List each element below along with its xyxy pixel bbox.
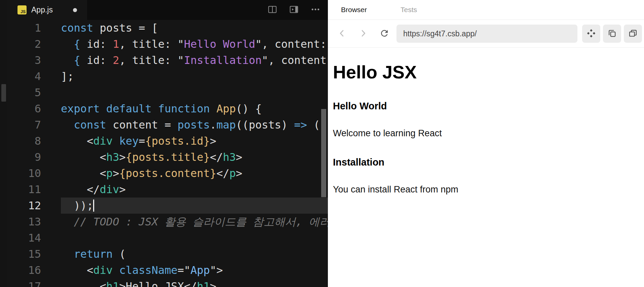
app-window: JS App.js <box>0 0 644 287</box>
open-preview-button[interactable] <box>289 4 299 15</box>
line-number: 15 <box>7 246 61 262</box>
line-number: 17 <box>7 278 61 287</box>
line-code: // TODO : JSX 활용 슬라이드를 참고해서, 에러를 해 <box>61 214 328 230</box>
code-line-13[interactable]: 13 // TODO : JSX 활용 슬라이드를 참고해서, 에러를 해 <box>7 214 328 230</box>
code-editor[interactable]: 1const posts = [2 { id: 1, title: "Hello… <box>7 20 328 287</box>
line-number: 2 <box>7 36 61 52</box>
code-line-15[interactable]: 15 return ( <box>7 246 328 262</box>
preview-p: You can install React from npm <box>333 184 631 195</box>
url-bar[interactable]: https://sg4t7.csb.app/ <box>396 25 577 43</box>
preview-p: Welcome to learning React <box>333 128 631 139</box>
line-code: export default function App() { <box>61 101 328 117</box>
browser-nav-bar: https://sg4t7.csb.app/ <box>328 20 644 48</box>
editor-scrollbar-thumb[interactable] <box>321 109 326 197</box>
code-line-3[interactable]: 3 { id: 2, title: "Installation", conten… <box>7 52 328 68</box>
text-cursor <box>93 200 94 212</box>
code-line-8[interactable]: 8 <div key={posts.id}> <box>7 133 328 149</box>
line-number: 10 <box>7 165 61 181</box>
line-number: 7 <box>7 117 61 133</box>
tab-browser[interactable]: Browser <box>341 6 367 14</box>
code-line-9[interactable]: 9 <h3>{posts.title}</h3> <box>7 149 328 165</box>
line-code: return ( <box>61 246 328 262</box>
line-code: )); <box>61 198 328 214</box>
strip-scrollbar-thumb[interactable] <box>1 84 6 102</box>
line-number: 6 <box>7 101 61 117</box>
line-number: 3 <box>7 52 61 68</box>
diamond-grid-icon <box>586 28 596 39</box>
line-code <box>61 84 328 101</box>
open-new-window-icon <box>628 29 638 39</box>
line-number: 11 <box>7 181 61 198</box>
line-code: <div key={posts.id}> <box>61 133 328 149</box>
code-line-1[interactable]: 1const posts = [ <box>7 20 328 36</box>
code-line-5[interactable]: 5 <box>7 84 328 101</box>
browser-panel: Browser Tests <box>328 0 644 287</box>
line-code: { id: 2, title: "Installation", content <box>61 52 328 68</box>
browser-nav-actions <box>582 25 642 43</box>
tab-title: App.js <box>31 5 53 14</box>
code-line-7[interactable]: 7 const content = posts.map((posts) => ( <box>7 117 328 133</box>
preview-h1: Hello JSX <box>333 62 631 82</box>
line-number: 12 <box>7 198 61 214</box>
tab-tests[interactable]: Tests <box>401 6 417 14</box>
line-number: 1 <box>7 20 61 36</box>
javascript-icon-label: JS <box>21 9 26 14</box>
line-code: const content = posts.map((posts) => ( <box>61 117 328 133</box>
code-line-11[interactable]: 11 </div> <box>7 181 328 198</box>
open-preview-icon <box>289 4 299 15</box>
editor-panel: JS App.js <box>7 0 328 287</box>
line-code: <h3>{posts.title}</h3> <box>61 149 328 165</box>
line-number: 9 <box>7 149 61 165</box>
line-code: <h1>Hello JSX</h1> <box>61 278 328 287</box>
split-editor-button[interactable] <box>267 4 277 15</box>
ellipsis-icon <box>310 4 320 15</box>
back-button[interactable] <box>335 26 349 41</box>
code-line-6[interactable]: 6export default function App() { <box>7 101 328 117</box>
line-number: 8 <box>7 133 61 149</box>
line-number: 5 <box>7 84 61 101</box>
forward-icon <box>358 29 368 39</box>
preview-tab-bar: Browser Tests <box>328 0 644 20</box>
line-code: <p>{posts.content}</p> <box>61 165 328 181</box>
preview-h3: Installation <box>333 157 631 168</box>
back-icon <box>337 29 347 39</box>
line-number: 14 <box>7 230 61 246</box>
code-line-12[interactable]: 12 )); <box>7 198 328 214</box>
editor-actions <box>267 0 328 20</box>
code-line-10[interactable]: 10 <p>{posts.content}</p> <box>7 165 328 181</box>
line-number: 4 <box>7 68 61 84</box>
activity-strip <box>0 0 7 287</box>
refresh-button[interactable] <box>377 26 392 41</box>
code-line-2[interactable]: 2 { id: 1, title: "Hello World", content… <box>7 36 328 52</box>
code-line-17[interactable]: 17 <h1>Hello JSX</h1> <box>7 278 328 287</box>
line-code <box>61 230 328 246</box>
open-in-codesandbox-button[interactable] <box>582 25 600 43</box>
refresh-icon <box>379 28 389 39</box>
line-code: ]; <box>61 68 328 84</box>
preview-content: Hello JSXHello WorldWelcome to learning … <box>328 48 644 195</box>
code-line-4[interactable]: 4]; <box>7 68 328 84</box>
code-line-14[interactable]: 14 <box>7 230 328 246</box>
url-text: https://sg4t7.csb.app/ <box>403 29 477 38</box>
more-options-button[interactable] <box>310 4 320 15</box>
open-new-window-button[interactable] <box>624 25 642 43</box>
javascript-icon: JS <box>17 5 27 14</box>
editor-tab-bar: JS App.js <box>7 0 328 20</box>
preview-h3: Hello World <box>333 101 631 112</box>
copy-icon <box>607 29 617 39</box>
code-line-16[interactable]: 16 <div className="App"> <box>7 262 328 278</box>
line-number: 16 <box>7 262 61 278</box>
line-code: const posts = [ <box>61 20 328 36</box>
line-code: <div className="App"> <box>61 262 328 278</box>
split-editor-icon <box>267 4 277 15</box>
line-number: 13 <box>7 214 61 230</box>
tab-app-js[interactable]: JS App.js <box>7 0 87 20</box>
unsaved-dot-icon <box>73 8 77 12</box>
line-code: </div> <box>61 181 328 198</box>
copy-url-button[interactable] <box>603 25 621 43</box>
forward-button[interactable] <box>356 26 371 41</box>
line-code: { id: 1, title: "Hello World", content: <box>61 36 328 52</box>
